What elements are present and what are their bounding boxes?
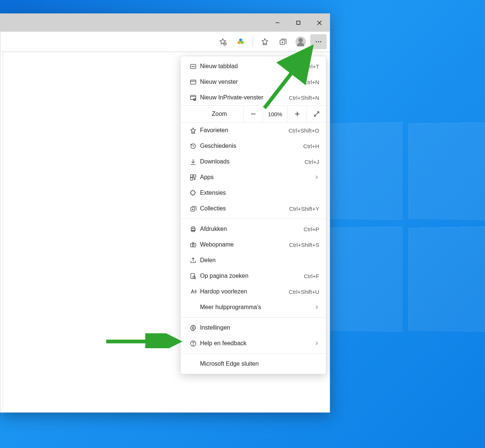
menu-favorites[interactable]: Favorieten Ctrl+Shift+O [181, 123, 326, 138]
svg-rect-1 [297, 21, 300, 25]
svg-rect-18 [190, 80, 196, 84]
menu-label: Help en feedback [199, 340, 314, 347]
downloads-icon [187, 158, 199, 165]
menu-label: Nieuw InPrivate-venster [199, 94, 289, 101]
menu-webcapture[interactable]: Webopname Ctrl+Shift+S [181, 237, 326, 252]
menu-inprivate[interactable]: Nieuw InPrivate-venster Ctrl+Shift+N [181, 90, 326, 105]
apps-icon [187, 174, 199, 181]
menu-shortcut: Ctrl+H [303, 143, 319, 149]
menu-help[interactable]: Help en feedback [181, 336, 326, 351]
svg-point-44 [193, 276, 195, 278]
help-icon [187, 340, 199, 347]
svg-rect-30 [193, 175, 196, 177]
menu-share[interactable]: Delen [181, 252, 326, 268]
print-icon [187, 226, 199, 233]
svg-line-45 [195, 278, 196, 279]
svg-rect-29 [190, 175, 193, 177]
menu-label: Afdrukken [199, 226, 304, 232]
history-icon [187, 143, 199, 150]
svg-point-15 [191, 66, 192, 66]
capture-icon [187, 241, 199, 248]
extensions-icon [187, 190, 199, 197]
read-aloud-icon [187, 288, 199, 295]
zoom-value: 100% [263, 106, 287, 122]
maximize-button[interactable] [288, 14, 309, 32]
fullscreen-button[interactable] [307, 106, 326, 122]
menu-more-tools[interactable]: Meer hulpprogramma's [181, 299, 326, 315]
share-icon [187, 257, 199, 264]
favorites-button[interactable] [257, 34, 273, 49]
menu-shortcut: Ctrl+Shift+Y [289, 206, 319, 212]
window-titlebar [0, 14, 330, 32]
find-icon [187, 273, 199, 280]
chevron-right-icon [314, 175, 319, 180]
menu-label: Nieuw venster [199, 79, 303, 85]
menu-label: Nieuw tabblad [199, 63, 304, 70]
menu-shortcut: Ctrl+Shift+O [288, 127, 319, 134]
menu-find[interactable]: Op pagina zoeken Ctrl+F [181, 268, 326, 284]
menu-label: Apps [199, 174, 314, 181]
menu-label: Favorieten [199, 127, 288, 134]
favorites-icon [187, 127, 199, 134]
menu-settings[interactable]: Instellingen [181, 320, 326, 336]
inprivate-icon [187, 94, 199, 101]
menu-label: Extensies [199, 190, 319, 196]
menu-shortcut: Ctrl+T [304, 63, 319, 70]
menu-print[interactable]: Afdrukken Ctrl+P [181, 221, 326, 237]
menu-zoom-row: Zoom 100% [181, 105, 326, 123]
new-window-icon [187, 79, 199, 86]
new-tab-icon [187, 63, 199, 70]
menu-label: Op pagina zoeken [199, 273, 304, 279]
menu-label: Microsoft Edge sluiten [199, 360, 319, 367]
menu-new-window[interactable]: Nieuw venster Ctrl+N [181, 74, 326, 90]
svg-point-11 [316, 41, 317, 42]
menu-shortcut: Ctrl+N [303, 79, 319, 85]
menu-label: Collecties [199, 205, 289, 212]
menu-shortcut: Ctrl+P [304, 226, 319, 232]
menu-label: Geschiedenis [199, 143, 303, 149]
svg-rect-38 [191, 227, 194, 228]
menu-extensions[interactable]: Extensies [181, 185, 326, 201]
menu-history[interactable]: Geschiedenis Ctrl+H [181, 138, 326, 154]
menu-apps[interactable]: Apps [181, 169, 326, 185]
settings-icon [187, 324, 199, 331]
menu-collections[interactable]: Collecties Ctrl+Shift+Y [181, 201, 326, 216]
menu-shortcut: Ctrl+F [304, 273, 319, 279]
more-menu-button[interactable] [310, 34, 327, 49]
menu-shortcut: Ctrl+Shift+U [289, 289, 319, 295]
close-button[interactable] [309, 14, 330, 32]
svg-point-41 [192, 244, 194, 246]
profile-button[interactable] [292, 34, 309, 49]
menu-separator [181, 219, 326, 219]
menu-close-edge[interactable]: Microsoft Edge sluiten [181, 356, 326, 372]
add-favorite-button[interactable] [215, 34, 231, 49]
menu-shortcut: Ctrl+Shift+S [289, 242, 319, 248]
menu-label: Instellingen [199, 324, 319, 331]
toolbar-divider [253, 37, 253, 47]
extensions-puzzle-button[interactable] [232, 34, 249, 49]
chevron-right-icon [314, 341, 319, 346]
svg-point-16 [193, 66, 193, 66]
menu-shortcut: Ctrl+J [304, 159, 319, 165]
menu-separator [181, 353, 326, 354]
zoom-in-button[interactable] [287, 106, 307, 122]
svg-rect-20 [190, 95, 196, 99]
svg-rect-31 [190, 178, 193, 180]
menu-new-tab[interactable]: Nieuw tabblad Ctrl+T [181, 58, 326, 74]
menu-separator [181, 317, 326, 318]
menu-label: Meer hulpprogramma's [199, 304, 314, 311]
svg-point-13 [320, 41, 321, 42]
minimize-button[interactable] [267, 14, 288, 32]
chevron-right-icon [314, 305, 319, 310]
menu-label: Downloads [199, 158, 304, 165]
menu-shortcut: Ctrl+Shift+N [289, 95, 319, 101]
menu-label: Hardop voorlezen [199, 288, 289, 295]
menu-downloads[interactable]: Downloads Ctrl+J [181, 154, 326, 169]
collections-button[interactable] [275, 34, 291, 49]
collections-icon [187, 205, 199, 212]
zoom-out-button[interactable] [243, 106, 263, 122]
svg-point-12 [318, 41, 319, 42]
svg-point-47 [192, 327, 194, 329]
menu-read-aloud[interactable]: Hardop voorlezen Ctrl+Shift+U [181, 284, 326, 299]
avatar-icon [295, 36, 306, 47]
